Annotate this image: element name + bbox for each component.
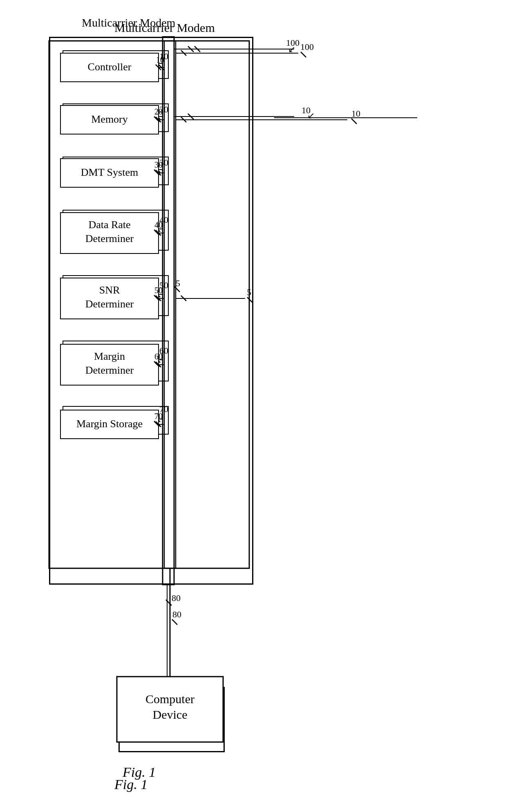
modem-box: Controller Memory DMT System Data RateDe…	[49, 37, 253, 585]
svg-text:↙: ↙	[307, 110, 315, 121]
margin-det-label: MarginDeterminer	[92, 349, 140, 373]
dmt-label: DMT System	[87, 165, 144, 177]
memory-box: Memory	[63, 103, 169, 132]
svg-text:100: 100	[286, 38, 300, 48]
dmt-system-box: DMT System	[63, 157, 169, 185]
controller-label: Controller	[94, 58, 138, 71]
data-rate-label: Data RateDeterminer	[92, 218, 140, 242]
memory-label: Memory	[97, 112, 134, 124]
svg-text:↙: ↙	[288, 44, 295, 54]
controller-box: Controller	[63, 50, 169, 79]
diagram-container: Multicarrier Modem Controller Memory DMT…	[33, 16, 400, 785]
margin-storage-label: Margin Storage	[83, 414, 149, 426]
margin-storage-box: Margin Storage	[63, 406, 169, 435]
bus-extension-line	[167, 585, 168, 687]
svg-text:80: 80	[172, 593, 181, 603]
svg-text:10: 10	[302, 105, 311, 115]
data-rate-box: Data RateDeterminer	[63, 210, 169, 251]
computer-device-box: ComputerDevice	[118, 687, 225, 752]
snr-label: SNRDeterminer	[92, 283, 140, 308]
snr-box: SNRDeterminer	[63, 275, 169, 316]
margin-determiner-box: MarginDeterminer	[63, 341, 169, 381]
external-line-10	[274, 117, 417, 118]
fig-caption: Fig. 1	[114, 777, 148, 792]
diagram-title: Multicarrier Modem	[82, 16, 175, 29]
computer-device-label: ComputerDevice	[147, 706, 196, 733]
